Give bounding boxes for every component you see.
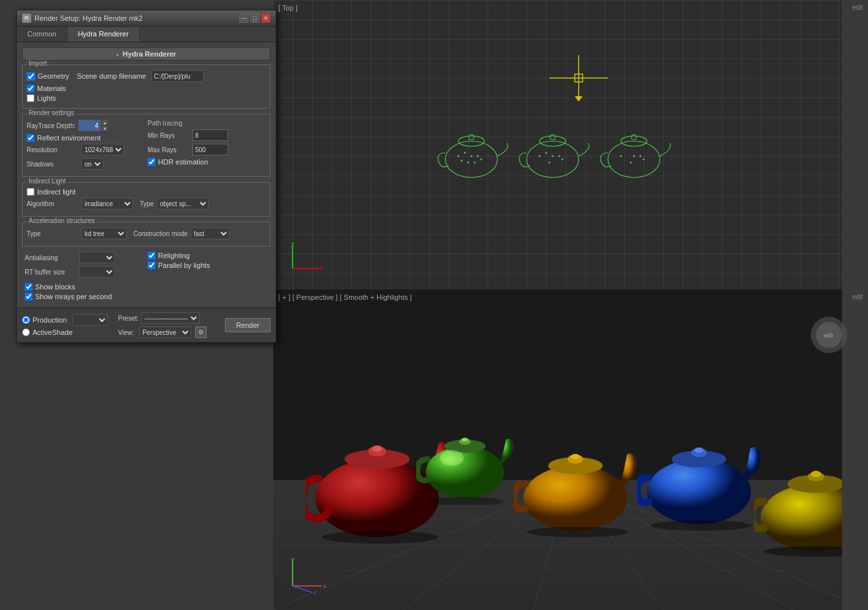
minimize-button[interactable]: — bbox=[239, 14, 248, 23]
hdr-estimation-row: HDR estimation bbox=[148, 158, 266, 166]
import-group-label: Import bbox=[27, 60, 49, 67]
acceleration-label: Acceleration structures bbox=[27, 217, 97, 224]
render-settings-right: Path tracing Min Rays 8 Max Rays 500 HD bbox=[148, 120, 266, 172]
render-button[interactable]: Render bbox=[225, 318, 270, 332]
antialiasing-label: Antialiasing bbox=[25, 254, 77, 261]
dialog-titlebar: R Render Setup: Hydra Render mk2 — □ ✕ bbox=[17, 10, 276, 27]
svg-point-8 bbox=[464, 152, 466, 154]
materials-checkbox[interactable] bbox=[27, 85, 34, 92]
svg-point-22 bbox=[549, 162, 551, 164]
svg-point-11 bbox=[467, 162, 469, 164]
raytrace-up[interactable]: ▲ bbox=[101, 120, 109, 126]
production-radio[interactable] bbox=[22, 316, 30, 324]
svg-point-62 bbox=[571, 454, 580, 459]
raytrace-spinner: 4 ▲ ▼ bbox=[78, 120, 109, 131]
relighting-checkbox[interactable] bbox=[148, 252, 155, 259]
geometry-checkbox[interactable] bbox=[27, 72, 35, 81]
restore-button[interactable]: □ bbox=[250, 14, 259, 23]
acceleration-group: Acceleration structures Type kd tree Con… bbox=[22, 222, 270, 246]
antialiasing-select[interactable] bbox=[79, 252, 115, 263]
svg-point-52 bbox=[322, 531, 439, 544]
viewport-top[interactable]: [ Top ] edit bbox=[273, 0, 868, 289]
view-options-button[interactable]: ⚙ bbox=[195, 326, 207, 338]
nav-disc[interactable]: edit bbox=[809, 315, 848, 356]
show-mrays-label: Show mrays per second bbox=[35, 293, 112, 300]
misc-top-row: Antialiasing RT buffer size bbox=[25, 252, 268, 280]
resolution-select[interactable]: 1024x768 bbox=[81, 144, 124, 155]
resolution-label: Resolution bbox=[27, 146, 79, 153]
tab-hydra-renderer[interactable]: Hydra Renderer bbox=[68, 27, 140, 42]
reflect-env-checkbox[interactable] bbox=[27, 134, 34, 142]
hdr-estimation-checkbox[interactable] bbox=[148, 158, 155, 166]
svg-point-57 bbox=[440, 450, 464, 466]
svg-point-30 bbox=[630, 162, 632, 164]
raytrace-down[interactable]: ▼ bbox=[101, 126, 109, 131]
parallel-lights-label: Parallel by lights bbox=[158, 261, 210, 269]
raytrace-spinner-btns: ▲ ▼ bbox=[101, 120, 109, 131]
parallel-lights-checkbox[interactable] bbox=[148, 261, 155, 269]
materials-label: Materials bbox=[37, 85, 66, 92]
bottom-viewport-axis: x y z bbox=[286, 557, 332, 597]
indirect-light-checkbox[interactable] bbox=[27, 188, 34, 196]
scene-dump-input[interactable]: C:/[Derp]/plu bbox=[151, 70, 204, 82]
svg-text:x: x bbox=[323, 583, 326, 589]
preset-row: Preset: -------------------- bbox=[118, 312, 207, 324]
top-viewport-axis: x y bbox=[286, 243, 325, 276]
materials-row: Materials bbox=[27, 85, 266, 92]
shadows-select[interactable]: on bbox=[81, 158, 103, 170]
render-settings-left: RayTrace Depth: 4 ▲ ▼ Reflect environmen bbox=[27, 120, 145, 172]
rollout-label: Hydra Renderer bbox=[123, 50, 177, 58]
teapot-orange bbox=[514, 414, 644, 538]
raytrace-input[interactable]: 4 bbox=[78, 120, 101, 131]
min-rays-row: Min Rays 8 bbox=[148, 129, 266, 141]
geometry-row: Geometry Scene dump filename C:/[Derp]/p… bbox=[27, 70, 266, 82]
scene-dump-label: Scene dump filename bbox=[77, 72, 146, 80]
max-rays-input[interactable]: 500 bbox=[192, 144, 228, 155]
geometry-label: Geometry bbox=[38, 72, 69, 80]
rt-buffer-label: RT buffer size bbox=[25, 269, 77, 276]
svg-marker-2 bbox=[575, 96, 583, 101]
dialog-body: - Hydra Renderer Import Geometry Scene d… bbox=[17, 42, 276, 308]
activeshade-radio[interactable] bbox=[22, 328, 30, 336]
svg-point-63 bbox=[527, 527, 628, 537]
dialog-icon: R bbox=[22, 14, 31, 23]
teapot-wire-3 bbox=[598, 120, 676, 187]
svg-point-17 bbox=[550, 135, 555, 140]
rt-buffer-select[interactable] bbox=[79, 266, 115, 278]
activeshade-row: ActiveShade bbox=[22, 328, 108, 336]
lights-checkbox[interactable] bbox=[27, 94, 34, 102]
close-button[interactable]: ✕ bbox=[261, 14, 270, 23]
construction-mode-select[interactable]: fast bbox=[191, 228, 230, 239]
teapot-blue bbox=[637, 407, 767, 532]
max-rays-row: Max Rays 500 bbox=[148, 144, 266, 155]
rollout-header[interactable]: - Hydra Renderer bbox=[22, 47, 270, 60]
svg-point-68 bbox=[650, 520, 752, 531]
min-rays-input[interactable]: 8 bbox=[192, 129, 228, 141]
show-mrays-checkbox[interactable] bbox=[25, 293, 33, 300]
max-rays-label: Max Rays bbox=[148, 146, 190, 153]
svg-point-28 bbox=[633, 155, 635, 157]
lights-row: Lights bbox=[27, 94, 266, 102]
svg-point-10 bbox=[477, 155, 479, 157]
lights-label: Lights bbox=[37, 94, 56, 102]
production-select[interactable] bbox=[72, 314, 108, 326]
svg-point-6 bbox=[469, 135, 474, 140]
view-select[interactable]: Perspective bbox=[139, 326, 191, 338]
svg-point-67 bbox=[694, 447, 704, 453]
reflect-env-label: Reflect environment bbox=[37, 134, 101, 142]
show-mrays-row: Show mrays per second bbox=[25, 293, 268, 300]
dialog-title-text: Render Setup: Hydra Render mk2 bbox=[34, 14, 142, 22]
tab-common[interactable]: Common bbox=[17, 27, 68, 42]
viewport-bottom[interactable]: [ + ] [ Perspective ] [ Smooth + Highlig… bbox=[273, 289, 868, 610]
algorithm-select[interactable]: irradiance bbox=[81, 198, 133, 209]
show-blocks-checkbox[interactable] bbox=[25, 283, 33, 291]
misc-left: Antialiasing RT buffer size bbox=[25, 252, 145, 280]
shadows-label: Shadows bbox=[27, 161, 79, 168]
teapot-wire-1 bbox=[436, 120, 514, 187]
svg-point-51 bbox=[372, 445, 382, 452]
svg-point-31 bbox=[643, 159, 645, 161]
production-row: Production bbox=[22, 314, 108, 326]
type-select[interactable]: object sp... bbox=[157, 198, 209, 209]
preset-select[interactable]: -------------------- bbox=[141, 312, 200, 324]
accel-type-select[interactable]: kd tree bbox=[81, 228, 127, 239]
